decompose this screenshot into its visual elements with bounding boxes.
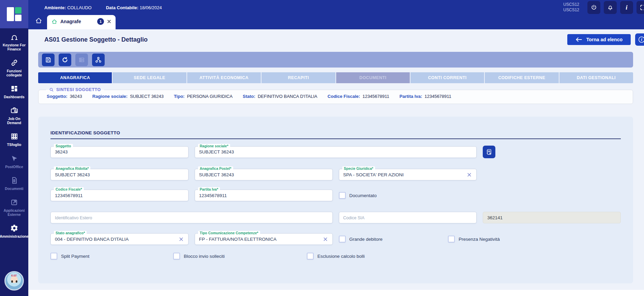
info-icon[interactable]: i: [620, 1, 633, 14]
refresh-icon: [61, 56, 69, 63]
torna-ad-elenco-button[interactable]: Torna ad elenco: [567, 34, 631, 45]
identificativo-estero-field[interactable]: [50, 212, 333, 223]
clear-icon[interactable]: [466, 172, 472, 178]
documentato-checkbox-input[interactable]: [339, 192, 346, 199]
sidebar: Keystone For Finance Funzioni collegate …: [0, 0, 28, 296]
sintesi-legend: SINTESI SOGGETTO: [46, 87, 104, 92]
tab-anagrafe[interactable]: Anagrafe 1: [47, 15, 116, 28]
codice-fiscale-field[interactable]: Codice Fiscale*: [50, 190, 189, 201]
split-payment-checkbox-input[interactable]: [50, 253, 57, 260]
save-icon: [45, 56, 52, 63]
tab-attivita-economica[interactable]: ATTIVITÀ ECONOMICA: [187, 72, 261, 83]
anagrafica-postel-field[interactable]: Anagrafica Postel*: [195, 169, 333, 180]
rubrica-button[interactable]: [483, 146, 495, 158]
save-button[interactable]: [42, 54, 55, 66]
esclusione-calcolo-bolli-checkbox-input[interactable]: [307, 253, 314, 260]
specie-giuridica-input[interactable]: [343, 172, 464, 177]
tab-codifiche-esterne[interactable]: CODIFICHE ESTERNE: [485, 72, 558, 83]
soggetto-field[interactable]: Soggetto: [50, 146, 189, 158]
clear-icon[interactable]: [323, 236, 328, 242]
data-contabile-info: Data Contabile: 18/06/2024: [106, 5, 162, 10]
page-info-button[interactable]: i: [635, 33, 644, 46]
sidebar-item-amministrazione[interactable]: Amministrazione: [0, 223, 28, 239]
power-icon[interactable]: [587, 1, 600, 14]
readonly-code-field: [483, 212, 621, 223]
stato-anagrafico-input[interactable]: [55, 237, 176, 242]
presenza-negativita-checkbox[interactable]: Presenza Negatività: [448, 236, 621, 242]
tab-recapiti[interactable]: RECAPITI: [261, 72, 335, 83]
ragione-sociale-input[interactable]: [199, 149, 473, 154]
app-logo[interactable]: [0, 0, 28, 28]
home-icon[interactable]: [34, 16, 43, 26]
user-code: USCS12USCS12: [563, 2, 579, 13]
blocco-invio-solleciti-checkbox-input[interactable]: [173, 253, 180, 260]
tab-conti-correnti[interactable]: CONTI CORRENTI: [410, 72, 484, 83]
codice-sia-input[interactable]: [343, 215, 473, 220]
share-button[interactable]: [92, 54, 105, 66]
link-icon: [10, 58, 19, 67]
clear-icon[interactable]: [178, 236, 184, 242]
grande-debitore-checkbox-input[interactable]: [339, 236, 346, 242]
sidebar-item-job-on-demand[interactable]: Job On Demand: [0, 105, 28, 125]
specie-giuridica-field[interactable]: Specie Giuridica*: [339, 169, 477, 180]
logo-block: [7, 7, 14, 21]
presenza-negativita-checkbox-input[interactable]: [448, 236, 455, 242]
sidebar-nav: Keystone For Finance Funzioni collegate …: [0, 32, 28, 239]
stato-anagrafico-field[interactable]: Stato anagrafico*: [50, 233, 189, 245]
ragione-sociale-field[interactable]: Ragione sociale*: [195, 146, 477, 158]
server-rows-icon: [78, 56, 85, 63]
fullscreen-icon[interactable]: [636, 1, 644, 14]
keystone-arch-icon: [10, 32, 19, 41]
readonly-code-value: [487, 215, 616, 220]
anagrafica-ridotta-field[interactable]: Anagrafica Ridotta*: [50, 169, 189, 180]
home-icon: [51, 19, 57, 25]
tab-badge: 1: [97, 18, 104, 25]
sidebar-item-keystone-for-finance[interactable]: Keystone For Finance: [0, 32, 28, 52]
sidebar-item-dashboards[interactable]: Dashboards: [0, 84, 28, 100]
sidebar-item-tsfoglio[interactable]: TSfoglio: [0, 131, 28, 147]
notebook-icon: [485, 148, 493, 156]
page-title: AS01 Gestione Soggetto - Dettaglio: [44, 36, 148, 43]
soggetto-input[interactable]: [55, 149, 184, 154]
search-icon: [49, 87, 54, 92]
action-toolbar: [38, 52, 633, 68]
topbar-tab-row: Anagrafe 1: [28, 15, 644, 28]
user-avatar[interactable]: K4F: [4, 271, 24, 291]
identificativo-estero-input[interactable]: [55, 215, 328, 220]
esclusione-calcolo-bolli-checkbox[interactable]: Esclusione calcolo bolli: [307, 253, 365, 260]
document-icon: [10, 176, 19, 185]
list-button: [75, 54, 88, 66]
info-circle-icon: i: [638, 35, 644, 44]
anagrafica-ridotta-input[interactable]: [55, 172, 184, 177]
sintesi-soggetto-panel: SINTESI SOGGETTO Soggetto:36243 Ragione …: [38, 87, 633, 104]
sidebar-item-postoffice[interactable]: PostOffice: [0, 153, 28, 169]
main-area: AS01 Gestione Soggetto - Dettaglio Torna…: [28, 28, 644, 296]
partita-iva-input[interactable]: [199, 193, 328, 198]
partita-iva-field[interactable]: Partita Iva*: [195, 190, 333, 201]
sidebar-item-documenti[interactable]: Documenti: [0, 175, 28, 191]
arrow-left-icon: [575, 37, 582, 42]
tab-sede-legale[interactable]: SEDE LEGALE: [113, 72, 186, 83]
close-icon[interactable]: [107, 19, 111, 24]
logo-blocks: [15, 7, 21, 21]
gear-icon: [10, 224, 19, 233]
ambiente-info: Ambiente: COLLAUDO: [44, 5, 92, 10]
briefcase-search-icon: [10, 106, 19, 115]
split-payment-checkbox[interactable]: Split Payment: [50, 253, 173, 260]
sidebar-item-applicazioni-esterne[interactable]: Applicazioni Esterne: [0, 197, 28, 217]
topbar: Ambiente: COLLAUDO Data Contabile: 18/06…: [28, 0, 644, 28]
identificazione-soggetto-panel: IDENTIFICAZIONE SOGGETTO Soggetto Ragion…: [38, 117, 633, 283]
tipo-comunicazione-field[interactable]: Tipo Comunicazione Competenze*: [195, 233, 333, 245]
codice-fiscale-input[interactable]: [55, 193, 184, 198]
notifications-bell-icon[interactable]: [604, 1, 617, 14]
tab-anagrafica[interactable]: ANAGRAFICA: [38, 72, 112, 83]
documentato-checkbox[interactable]: Documentato: [339, 192, 477, 199]
blocco-invio-solleciti-checkbox[interactable]: Blocco invio solleciti: [173, 253, 307, 260]
refresh-button[interactable]: [59, 54, 71, 66]
sidebar-item-funzioni-collegate[interactable]: Funzioni collegate: [0, 58, 28, 78]
codice-sia-field[interactable]: [339, 212, 477, 223]
tipo-comunicazione-input[interactable]: [199, 237, 320, 242]
tab-dati-gestionali[interactable]: DATI GESTIONALI: [559, 72, 633, 83]
dashboard-grid-icon: [10, 84, 19, 93]
anagrafica-postel-input[interactable]: [199, 172, 328, 177]
